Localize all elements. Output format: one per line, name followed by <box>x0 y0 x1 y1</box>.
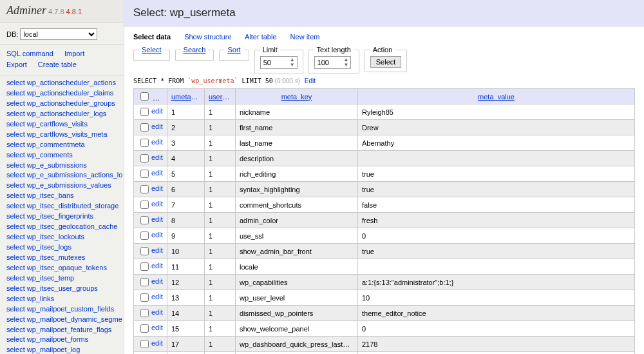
row-checkbox[interactable] <box>140 108 149 116</box>
cmd-sql[interactable]: SQL command <box>6 48 53 59</box>
row-edit-link[interactable]: edit <box>151 184 163 192</box>
sidebar-table-link[interactable]: select wp_actionscheduler_actions <box>6 78 124 88</box>
row-edit-link[interactable]: edit <box>151 308 163 316</box>
col-meta-value[interactable]: meta_value <box>358 89 635 104</box>
col-umeta-id[interactable]: umeta_id <box>167 89 205 104</box>
cell-user-id: 1 <box>205 104 236 120</box>
sidebar-table-link[interactable]: select wp_actionscheduler_claims <box>6 88 124 99</box>
sidebar-table-link[interactable]: select wp_cartflows_visits <box>6 119 124 130</box>
row-modify-cell: edit <box>134 306 167 321</box>
row-edit-link[interactable]: edit <box>151 169 163 177</box>
row-checkbox[interactable] <box>140 247 149 255</box>
db-select[interactable]: local <box>20 28 97 40</box>
legend-select[interactable]: Select <box>139 46 164 54</box>
row-checkbox[interactable] <box>140 201 149 209</box>
row-checkbox[interactable] <box>140 185 149 193</box>
sidebar-table-link[interactable]: select wp_links <box>6 294 124 304</box>
tab-alter-table[interactable]: Alter table <box>245 33 277 41</box>
limit-input[interactable] <box>261 57 288 68</box>
row-edit-link[interactable]: edit <box>151 339 163 347</box>
tab-show-structure[interactable]: Show structure <box>184 33 231 41</box>
sidebar-table-link[interactable]: select wp_mailpoet_feature_flags <box>6 325 124 335</box>
row-checkbox[interactable] <box>140 170 149 178</box>
col-meta-key[interactable]: meta_key <box>236 89 358 104</box>
stepper-icon[interactable]: ▲▼ <box>342 57 351 68</box>
sidebar-table-link[interactable]: select wp_mailpoet_log <box>6 345 124 354</box>
table-row: edit121wp_capabilitiesa:1:{s:13:"adminis… <box>134 275 635 290</box>
cmd-import[interactable]: Import <box>64 48 84 59</box>
row-edit-link[interactable]: edit <box>151 138 163 146</box>
cell-meta-value: 10 <box>358 290 635 306</box>
sql-edit-link[interactable]: Edit <box>305 77 316 84</box>
row-checkbox[interactable] <box>140 324 149 333</box>
sidebar-table-link[interactable]: select wp_mailpoet_dynamic_segme <box>6 315 124 325</box>
tab-select-data[interactable]: Select data <box>133 33 171 41</box>
cmd-create-table[interactable]: Create table <box>38 59 77 70</box>
textlen-input[interactable] <box>315 57 342 68</box>
sidebar-table-link[interactable]: select wp_itsec_geolocation_cache <box>6 222 124 232</box>
sidebar-table-link[interactable]: select wp_itsec_user_groups <box>6 284 124 294</box>
row-modify-cell: edit <box>134 337 167 352</box>
sidebar-table-link[interactable]: select wp_comments <box>6 150 124 161</box>
row-edit-link[interactable]: edit <box>151 277 163 285</box>
legend-sort[interactable]: Sort <box>225 46 243 54</box>
sidebar-table-link[interactable]: select wp_itsec_bans <box>6 191 124 201</box>
row-edit-link[interactable]: edit <box>151 107 163 115</box>
row-edit-link[interactable]: edit <box>151 231 163 239</box>
sidebar-table-link[interactable]: select wp_itsec_lockouts <box>6 232 124 242</box>
sidebar-table-link[interactable]: select wp_itsec_mutexes <box>6 253 124 263</box>
row-checkbox[interactable] <box>140 216 149 224</box>
row-checkbox[interactable] <box>140 231 149 240</box>
sidebar-table-link[interactable]: select wp_e_submissions_actions_lo <box>6 170 124 181</box>
row-checkbox[interactable] <box>140 262 149 271</box>
select-all-checkbox[interactable] <box>140 92 149 101</box>
row-checkbox[interactable] <box>140 340 149 348</box>
row-checkbox[interactable] <box>140 154 149 162</box>
sidebar-table-link[interactable]: select wp_mailpoet_forms <box>6 335 124 345</box>
row-edit-link[interactable]: edit <box>151 262 163 270</box>
cell-user-id: 1 <box>205 120 236 135</box>
fieldset-limit: Limit ▲▼ <box>254 46 303 74</box>
cmd-export[interactable]: Export <box>6 59 27 70</box>
sidebar-table-link[interactable]: select wp_itsec_opaque_tokens <box>6 263 124 273</box>
row-edit-link[interactable]: edit <box>151 200 163 208</box>
row-modify-cell: edit <box>134 120 167 135</box>
sql-table: `wp_usermeta` <box>187 77 238 84</box>
sidebar-table-link[interactable]: select wp_itsec_distributed_storage <box>6 201 124 211</box>
sidebar-table-link[interactable]: select wp_e_submissions_values <box>6 181 124 191</box>
cell-umeta-id: 11 <box>167 259 205 275</box>
sidebar-table-link[interactable]: select wp_e_submissions <box>6 161 124 171</box>
row-checkbox[interactable] <box>140 123 149 132</box>
sidebar-table-link[interactable]: select wp_actionscheduler_logs <box>6 109 124 119</box>
sidebar-table-link[interactable]: select wp_actionscheduler_groups <box>6 99 124 109</box>
row-modify-cell: edit <box>134 213 167 228</box>
row-edit-link[interactable]: edit <box>151 215 163 223</box>
col-modify: Modify <box>134 89 167 104</box>
sidebar-table-link[interactable]: select wp_cartflows_visits_meta <box>6 130 124 140</box>
sidebar-table-link[interactable]: select wp_commentmeta <box>6 140 124 150</box>
cell-umeta-id: 3 <box>167 135 205 151</box>
row-checkbox[interactable] <box>140 139 149 147</box>
row-checkbox[interactable] <box>140 309 149 317</box>
tab-new-item[interactable]: New item <box>290 33 320 41</box>
cell-user-id: 1 <box>205 259 236 275</box>
cell-meta-key: locale <box>236 259 358 275</box>
action-select-button[interactable]: Select <box>370 56 402 68</box>
sidebar-table-link[interactable]: select wp_itsec_logs <box>6 242 124 253</box>
row-edit-link[interactable]: edit <box>151 293 163 300</box>
row-edit-link[interactable]: edit <box>151 324 163 331</box>
sidebar-table-link[interactable]: select wp_itsec_temp <box>6 273 124 284</box>
legend-search[interactable]: Search <box>181 46 209 54</box>
db-selector-row: DB: local <box>0 23 124 44</box>
sidebar-table-link[interactable]: select wp_mailpoet_custom_fields <box>6 304 124 315</box>
table-row: edit81admin_colorfresh <box>134 213 635 228</box>
row-checkbox[interactable] <box>140 293 149 302</box>
row-edit-link[interactable]: edit <box>151 153 163 161</box>
row-checkbox[interactable] <box>140 278 149 286</box>
row-edit-link[interactable]: edit <box>151 246 163 254</box>
row-edit-link[interactable]: edit <box>151 123 163 130</box>
sql-pre: SELECT * FROM <box>133 77 187 84</box>
sidebar-table-link[interactable]: select wp_itsec_fingerprints <box>6 211 124 222</box>
col-user-id[interactable]: user_id <box>205 89 236 104</box>
stepper-icon[interactable]: ▲▼ <box>288 57 297 68</box>
